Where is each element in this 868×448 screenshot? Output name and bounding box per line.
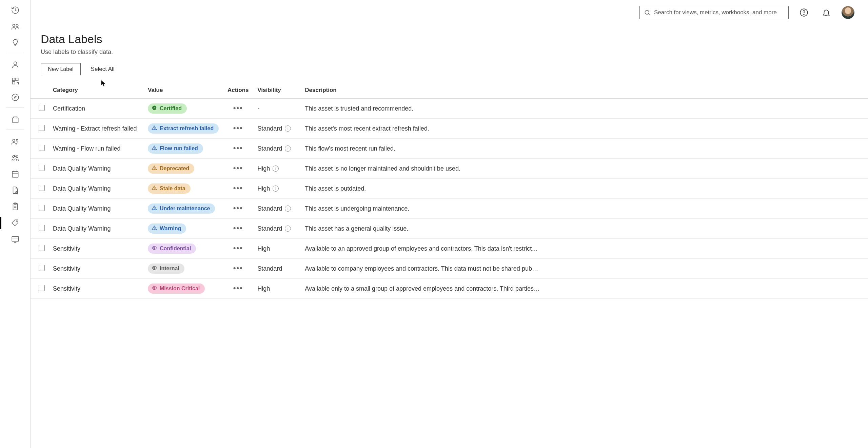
table-row: Warning - Flow run failed Flow run faile… (31, 139, 868, 159)
value-pill: Certified (148, 103, 187, 114)
warning-icon (152, 205, 157, 212)
row-actions-button[interactable]: ••• (233, 184, 243, 192)
avatar[interactable] (842, 6, 854, 19)
info-icon[interactable]: i (285, 206, 291, 212)
value-label: Warning (160, 226, 181, 232)
row-checkbox[interactable] (39, 165, 45, 171)
svg-point-33 (154, 129, 154, 129)
row-visibility: Standard i (257, 145, 297, 152)
row-actions-button[interactable]: ••• (233, 284, 243, 292)
table-row: Sensitivity Mission Critical ••• High Av… (31, 279, 868, 299)
info-icon[interactable]: i (285, 145, 291, 152)
help-button[interactable] (797, 5, 811, 20)
info-icon[interactable]: i (273, 165, 279, 172)
row-checkbox[interactable] (39, 285, 45, 291)
row-description: This asset is no longer maintained and s… (301, 159, 868, 179)
labels-icon (11, 218, 20, 227)
value-label: Internal (160, 266, 179, 272)
row-description: This asset is trusted and recommended. (301, 99, 868, 119)
eye-icon (152, 285, 157, 292)
sidebar-shared[interactable] (0, 18, 30, 35)
svg-point-0 (13, 24, 15, 27)
row-visibility: Standard i (257, 225, 297, 232)
row-actions-button[interactable]: ••• (233, 264, 243, 272)
shared-icon (11, 22, 20, 31)
row-description: This flow's most recent run failed. (301, 139, 868, 159)
row-checkbox[interactable] (39, 145, 45, 151)
warning-icon (152, 165, 157, 172)
row-description: Available to company employees and contr… (301, 259, 868, 279)
sidebar-schedules[interactable] (0, 166, 30, 182)
sidebar-groups[interactable] (0, 150, 30, 166)
row-category: Warning - Flow run failed (49, 139, 144, 159)
value-pill: Confidential (148, 244, 196, 254)
sidebar-explore[interactable] (0, 89, 30, 105)
value-label: Stale data (160, 186, 185, 192)
svg-point-11 (16, 139, 18, 141)
info-icon[interactable]: i (273, 186, 279, 192)
sidebar-labels[interactable] (0, 215, 30, 231)
schedules-icon (11, 170, 20, 178)
value-pill: Internal (148, 264, 184, 274)
row-category: Certification (49, 99, 144, 119)
value-label: Flow run failed (160, 145, 198, 152)
row-checkbox[interactable] (39, 205, 45, 211)
jobs-icon (11, 186, 20, 195)
row-actions-button[interactable]: ••• (233, 224, 243, 232)
search-input[interactable] (654, 9, 784, 16)
sidebar-jobs[interactable] (0, 182, 30, 198)
row-category: Data Quality Warning (49, 199, 144, 219)
svg-rect-6 (12, 81, 15, 84)
header-category[interactable]: Category (49, 82, 144, 99)
table-row: Data Quality Warning Warning ••• Standar… (31, 219, 868, 239)
action-row: New Label Select All (31, 63, 868, 82)
row-actions-button[interactable]: ••• (233, 244, 243, 252)
table-row: Sensitivity Internal ••• Standard Availa… (31, 259, 868, 279)
sidebar-recommendations[interactable] (0, 35, 30, 51)
row-actions-button[interactable]: ••• (233, 164, 243, 172)
svg-point-37 (154, 169, 154, 169)
value-pill: Under maintenance (148, 203, 215, 214)
sidebar-divider (6, 53, 24, 53)
row-actions-button[interactable]: ••• (233, 204, 243, 212)
value-pill: Warning (148, 223, 186, 234)
row-actions-button[interactable]: ••• (233, 104, 243, 112)
row-actions-button[interactable]: ••• (233, 124, 243, 132)
row-checkbox[interactable] (39, 225, 45, 231)
row-category: Data Quality Warning (49, 219, 144, 239)
info-icon[interactable]: i (285, 125, 291, 132)
svg-point-41 (154, 209, 154, 209)
header-visibility[interactable]: Visibility (253, 82, 301, 99)
row-checkbox[interactable] (39, 105, 45, 111)
info-icon[interactable]: i (285, 226, 291, 232)
sidebar-users[interactable] (0, 133, 30, 150)
row-checkbox[interactable] (39, 245, 45, 251)
sidebar-tasks[interactable] (0, 198, 30, 215)
row-checkbox[interactable] (39, 125, 45, 131)
select-all-button[interactable]: Select All (91, 66, 115, 73)
row-category: Data Quality Warning (49, 159, 144, 179)
warning-icon (152, 145, 157, 152)
search-box[interactable] (639, 6, 789, 19)
sidebar-user[interactable] (0, 57, 30, 73)
row-actions-button[interactable]: ••• (233, 144, 243, 152)
explore-icon (11, 93, 20, 102)
row-checkbox[interactable] (39, 265, 45, 271)
row-description: This asset is outdated. (301, 179, 868, 199)
row-visibility: Standard (257, 265, 297, 272)
sidebar-external-assets[interactable] (0, 73, 30, 89)
header-description[interactable]: Description (301, 82, 868, 99)
sidebar-divider (6, 130, 24, 130)
sidebar-collections[interactable] (0, 111, 30, 128)
notifications-button[interactable] (819, 5, 833, 20)
row-checkbox[interactable] (39, 185, 45, 191)
new-label-button[interactable]: New Label (41, 63, 81, 75)
row-visibility: High i (257, 185, 297, 192)
sidebar-history[interactable] (0, 2, 30, 18)
sidebar-site-status[interactable] (0, 231, 30, 247)
row-visibility: High (257, 245, 297, 252)
row-visibility: High i (257, 165, 297, 172)
external-assets-icon (11, 77, 20, 85)
header-value[interactable]: Value (144, 82, 223, 99)
value-label: Confidential (160, 246, 191, 252)
